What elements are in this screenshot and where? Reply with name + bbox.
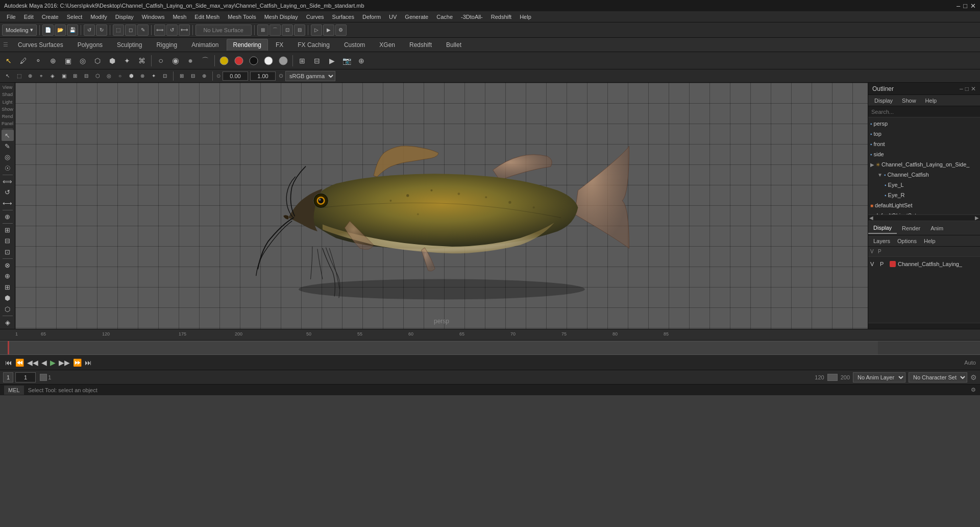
track-left[interactable]: ☉ bbox=[2, 162, 14, 173]
next-key-button[interactable]: ▶▶ bbox=[59, 358, 70, 367]
tab-animation[interactable]: Animation bbox=[185, 39, 225, 51]
soft-mod-left[interactable]: ⊞ bbox=[2, 225, 14, 235]
color-white-button[interactable] bbox=[262, 54, 275, 67]
sculpt-left[interactable]: ⊟ bbox=[2, 235, 14, 246]
module-selector[interactable]: Modeling ▾ bbox=[2, 25, 37, 36]
undo-button[interactable]: ↺ bbox=[84, 25, 95, 36]
paint-button[interactable]: ⬡ bbox=[91, 54, 104, 67]
lasso-button[interactable]: ◎ bbox=[76, 54, 89, 67]
rotate-left[interactable]: ↺ bbox=[2, 187, 14, 198]
color-gray-button[interactable] bbox=[277, 54, 290, 67]
misc-left-4[interactable]: ⬡ bbox=[2, 303, 14, 314]
rotate-tool-button[interactable]: ↺ bbox=[166, 25, 178, 36]
uv-button[interactable]: ⊟ bbox=[310, 54, 324, 67]
menu-mesh-display[interactable]: Mesh Display bbox=[261, 13, 302, 21]
vp-icon-15[interactable]: ⊡ bbox=[160, 71, 169, 81]
play-forward-button[interactable]: ▶ bbox=[50, 358, 56, 367]
vp-icon-11[interactable]: ○ bbox=[115, 71, 125, 81]
misc-left-2[interactable]: ⊞ bbox=[2, 282, 14, 293]
save-scene-button[interactable]: 💾 bbox=[67, 25, 78, 36]
ch-sub-options[interactable]: Options bbox=[894, 237, 920, 245]
vp-icon-cam1[interactable]: ⊞ bbox=[177, 71, 186, 81]
vp-icon-12[interactable]: ⬢ bbox=[127, 71, 136, 81]
vp-icon-8[interactable]: ⊟ bbox=[82, 71, 91, 81]
vp-icon-13[interactable]: ⊗ bbox=[138, 71, 147, 81]
tab-sculpting[interactable]: Sculpting bbox=[110, 39, 149, 51]
tree-item-persp[interactable]: ▪ persp bbox=[868, 118, 980, 129]
layer-row-catfish[interactable]: V P Channel_Catfish_Laying_ bbox=[868, 257, 980, 271]
menu-edit[interactable]: Edit bbox=[20, 13, 37, 21]
outliner-float[interactable]: □ bbox=[965, 85, 969, 92]
redo-button[interactable]: ↻ bbox=[96, 25, 107, 36]
no-anim-layer-select[interactable]: No Anim Layer bbox=[853, 372, 905, 382]
misc-button[interactable]: ⊕ bbox=[355, 54, 368, 67]
jump-to-start-button[interactable]: ⏮ bbox=[5, 358, 12, 367]
menu-3dtoall[interactable]: -3DtoAll- bbox=[457, 13, 486, 21]
time-ruler[interactable]: 1 65 120 175 200 50 55 60 65 70 75 80 85 bbox=[0, 329, 980, 341]
render-icon-button[interactable]: ▶ bbox=[325, 54, 338, 67]
misc-left-5[interactable]: ◈ bbox=[2, 317, 14, 328]
outliner-minimize[interactable]: – bbox=[960, 85, 963, 92]
tree-item-front[interactable]: ▪ front bbox=[868, 139, 980, 149]
tab-fx[interactable]: FX bbox=[269, 39, 290, 51]
outliner-help-menu[interactable]: Help bbox=[921, 97, 941, 105]
ch-tab-display[interactable]: Display bbox=[868, 223, 897, 234]
lasso-select-button[interactable]: ◻ bbox=[125, 25, 136, 36]
ch-sub-layers[interactable]: Layers bbox=[870, 237, 893, 245]
menu-display[interactable]: Display bbox=[112, 13, 137, 21]
tab-fx-caching[interactable]: FX Caching bbox=[291, 39, 336, 51]
vp-icon-4[interactable]: ⌖ bbox=[37, 71, 46, 81]
snap-curve-button[interactable]: ⌒ bbox=[270, 25, 281, 36]
viewport-area[interactable]: persp bbox=[15, 83, 868, 329]
icon-arrow[interactable]: ⌘ bbox=[135, 54, 149, 67]
vp-icon-6[interactable]: ▣ bbox=[59, 71, 68, 81]
display-sphere2[interactable]: ◉ bbox=[169, 54, 182, 67]
prev-key-button[interactable]: ◀◀ bbox=[27, 358, 38, 367]
vp-shading-menu[interactable]: Shad bbox=[1, 91, 15, 98]
outliner-search-input[interactable] bbox=[868, 106, 980, 117]
menu-file[interactable]: File bbox=[3, 13, 19, 21]
snap-point-button[interactable]: ⊡ bbox=[282, 25, 293, 36]
display-sphere3[interactable]: ● bbox=[184, 54, 197, 67]
vp-icon-3[interactable]: ⊕ bbox=[26, 71, 35, 81]
step-back-button[interactable]: ⏪ bbox=[15, 358, 24, 367]
play-back-button[interactable]: ◀ bbox=[41, 358, 47, 367]
marquee-button[interactable]: ⬢ bbox=[106, 54, 119, 67]
open-scene-button[interactable]: 📂 bbox=[55, 25, 66, 36]
move-tool-button[interactable]: ⟺ bbox=[154, 25, 165, 36]
menu-curves[interactable]: Curves bbox=[303, 13, 328, 21]
redirect-left[interactable]: ⊡ bbox=[2, 247, 14, 257]
texture-button[interactable]: ⊞ bbox=[296, 54, 309, 67]
tree-item-object-set[interactable]: ■ defaultObjectSet bbox=[868, 210, 980, 214]
vp-renderer-menu[interactable]: Rend bbox=[1, 113, 15, 120]
scale-tool-button[interactable]: ⟷ bbox=[179, 25, 190, 36]
color-yellow-button[interactable] bbox=[217, 54, 231, 67]
color-black-button[interactable] bbox=[247, 54, 260, 67]
menu-cache[interactable]: Cache bbox=[433, 13, 456, 21]
step-forward-button[interactable]: ⏩ bbox=[73, 358, 82, 367]
paint-ops-button[interactable]: 🖊 bbox=[17, 54, 30, 67]
menu-create[interactable]: Create bbox=[38, 13, 62, 21]
tree-item-scene[interactable]: ▶ ✳ Channel_Catfish_Laying_on_Side_ bbox=[868, 159, 980, 170]
outliner-scroll-left[interactable]: ◀ bbox=[869, 215, 873, 221]
tab-custom[interactable]: Custom bbox=[337, 39, 372, 51]
tree-item-side[interactable]: ▪ side bbox=[868, 149, 980, 159]
vp-icon-14[interactable]: ✦ bbox=[149, 71, 158, 81]
outliner-show-menu[interactable]: Show bbox=[898, 97, 920, 105]
close-button[interactable]: ✕ bbox=[970, 2, 976, 10]
menu-edit-mesh[interactable]: Edit Mesh bbox=[191, 13, 223, 21]
vp-icon-9[interactable]: ⬡ bbox=[93, 71, 102, 81]
vp-icon-cam3[interactable]: ⊕ bbox=[200, 71, 209, 81]
move-left[interactable]: ⟺ bbox=[2, 176, 14, 187]
select-tool-button[interactable]: ⬚ bbox=[113, 25, 124, 36]
show-manip-left[interactable]: ⊕ bbox=[2, 211, 14, 222]
ipr-render-button[interactable]: ▶ bbox=[323, 25, 334, 36]
display-sphere-outline[interactable]: ○ bbox=[154, 54, 167, 67]
tab-curves-surfaces[interactable]: Curves Surfaces bbox=[11, 39, 70, 51]
tree-item-light-set[interactable]: ■ defaultLightSet bbox=[868, 200, 980, 210]
menu-uv[interactable]: UV bbox=[385, 13, 400, 21]
select-tool-left[interactable]: ↖ bbox=[2, 130, 14, 140]
paint-select-left[interactable]: ✎ bbox=[2, 141, 14, 152]
time-slider[interactable] bbox=[0, 341, 980, 355]
jump-to-end-button[interactable]: ⏭ bbox=[85, 358, 92, 367]
